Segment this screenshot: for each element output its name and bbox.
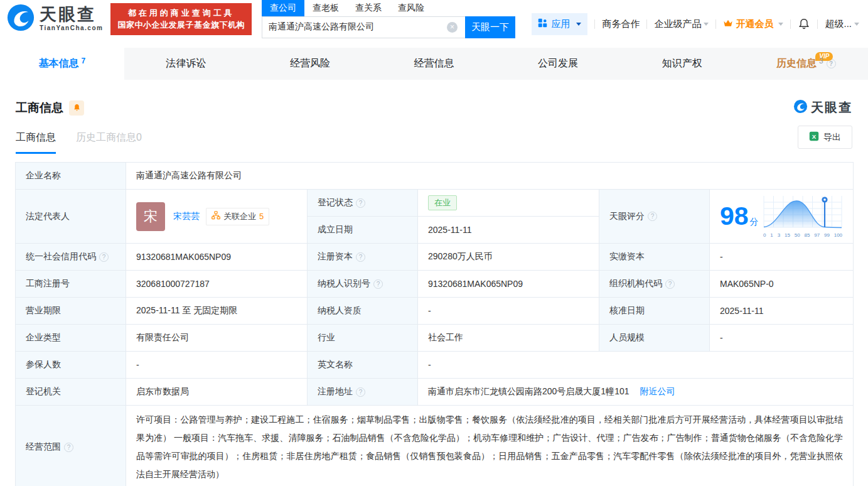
tianyancha-logo[interactable]: 天眼查 TianYanCha.com bbox=[6, 3, 103, 35]
notification-bell-icon[interactable] bbox=[798, 18, 810, 30]
search-tab-relation[interactable]: 查关系 bbox=[347, 0, 390, 16]
divider bbox=[817, 19, 818, 29]
chevron-down-icon bbox=[576, 23, 581, 26]
clear-icon[interactable]: × bbox=[447, 22, 458, 33]
table-row: 企业名称 南通通沪高速公路有限公司 bbox=[16, 163, 854, 190]
search-area: 查公司 查老板 查关系 查风险 × 天眼一下 bbox=[262, 0, 515, 38]
apps-grid-icon bbox=[538, 18, 547, 30]
legal-rep-name-link[interactable]: 宋芸芸 bbox=[173, 211, 200, 222]
search-button[interactable]: 天眼一下 bbox=[465, 16, 515, 38]
help-icon[interactable]: ? bbox=[665, 279, 675, 289]
tab-operating-info[interactable]: 经营信息 bbox=[372, 48, 496, 80]
subtab-history-business-info[interactable]: 历史工商信息0 bbox=[76, 131, 142, 154]
table-row: 法定代表人 宋 宋芸芸 关联企业 5 bbox=[16, 190, 854, 217]
score-chart-axis: 0131550859799100 bbox=[763, 232, 843, 238]
tab-history-info[interactable]: VIP 历史信息 3 ? bbox=[744, 48, 868, 80]
apps-menu[interactable]: 应用 bbox=[532, 13, 587, 35]
table-row: 企业类型 有限责任公司 行业 社会工作 人员规模 - bbox=[16, 325, 854, 352]
subscribe-bell-icon[interactable] bbox=[69, 100, 84, 116]
divider bbox=[790, 19, 791, 29]
score-value: 98 bbox=[720, 202, 749, 230]
search-tab-boss[interactable]: 查老板 bbox=[304, 0, 347, 16]
tab-basic-info[interactable]: 基本信息 7 bbox=[0, 48, 124, 80]
label-text: 组织机构代码 bbox=[609, 278, 662, 289]
field-label-reg-address: 注册地址? bbox=[308, 379, 418, 406]
field-value-taxpayer-id: 91320681MAK065NP09 bbox=[418, 271, 599, 298]
help-icon[interactable]: ? bbox=[356, 198, 365, 208]
help-icon[interactable]: ? bbox=[648, 212, 657, 221]
logo-domain: TianYanCha.com bbox=[40, 25, 103, 31]
tab-label: 经营风险 bbox=[290, 57, 330, 70]
field-label-org-code: 组织机构代码? bbox=[599, 271, 710, 298]
field-label-establish-date: 成立日期 bbox=[308, 217, 418, 244]
field-label-english-name: 英文名称 bbox=[308, 352, 418, 379]
tab-label: 知识产权 bbox=[662, 57, 702, 70]
related-companies-label: 关联企业 bbox=[223, 211, 256, 222]
tab-company-development[interactable]: 公司发展 bbox=[496, 48, 620, 80]
search-input[interactable] bbox=[262, 16, 465, 38]
tab-operating-risk[interactable]: 经营风险 bbox=[248, 48, 372, 80]
field-label-reg-capital: 注册资本? bbox=[308, 244, 418, 271]
field-label-company-type: 企业类型 bbox=[16, 325, 126, 352]
top-header: 天眼查 TianYanCha.com 都在用的商业查询工具 国家中小企业发展子基… bbox=[0, 0, 868, 38]
field-value-score: 98分 bbox=[710, 190, 854, 244]
help-icon[interactable]: ? bbox=[356, 252, 365, 262]
svg-text:X: X bbox=[812, 133, 817, 140]
promo-banner[interactable]: 都在用的商业查询工具 国家中小企业发展子基金旗下机构 bbox=[110, 3, 252, 35]
field-label-legal-rep: 法定代表人 bbox=[16, 190, 126, 244]
field-label-taxpayer-id: 纳税人识别号? bbox=[308, 271, 418, 298]
related-companies-badge[interactable]: 关联企业 5 bbox=[206, 208, 269, 225]
tab-label: 法律诉讼 bbox=[166, 57, 206, 70]
field-label-reg-number: 工商注册号 bbox=[16, 271, 126, 298]
subtab-business-info[interactable]: 工商信息 bbox=[16, 131, 56, 154]
divider bbox=[715, 19, 716, 29]
nav-enterprise-products[interactable]: 企业级产品 bbox=[654, 18, 709, 30]
search-tab-company[interactable]: 查公司 bbox=[262, 0, 304, 16]
nearby-companies-link[interactable]: 附近公司 bbox=[640, 386, 675, 396]
field-value-business-term: 2025-11-11 至 无固定期限 bbox=[126, 298, 308, 325]
field-value-reg-capital: 290280万人民币 bbox=[418, 244, 599, 271]
export-button[interactable]: X 导出 bbox=[798, 126, 852, 149]
score-number: 98分 bbox=[720, 203, 759, 229]
field-label-insured-count: 参保人数 bbox=[16, 352, 126, 379]
tab-intellectual-property[interactable]: 知识产权 bbox=[620, 48, 744, 80]
chevron-down-icon bbox=[778, 23, 783, 26]
logo-title: 天眼查 bbox=[40, 6, 103, 23]
score-distribution-chart: 0131550859799100 bbox=[763, 195, 843, 238]
table-row: 营业期限 2025-11-11 至 无固定期限 纳税人资质 - 核准日期 202… bbox=[16, 298, 854, 325]
field-label-industry: 行业 bbox=[308, 325, 418, 352]
open-vip-button[interactable]: 开通会员 bbox=[723, 18, 783, 30]
search-tab-risk[interactable]: 查风险 bbox=[390, 0, 432, 16]
divider bbox=[594, 19, 595, 29]
field-value-reg-status: 在业 bbox=[418, 190, 599, 217]
chevron-down-icon bbox=[704, 23, 709, 26]
label-text: 注册地址 bbox=[318, 386, 353, 397]
tianyancha-watermark: 天眼查 bbox=[793, 99, 852, 116]
tab-count: 3 bbox=[819, 57, 823, 65]
nav-business-cooperation[interactable]: 商务合作 bbox=[602, 18, 640, 30]
field-value-paid-capital: - bbox=[710, 244, 854, 271]
help-icon[interactable]: ? bbox=[99, 252, 109, 262]
tab-count: 7 bbox=[81, 57, 85, 65]
field-label-staff-size: 人员规模 bbox=[599, 325, 710, 352]
legal-rep-avatar[interactable]: 宋 bbox=[136, 202, 165, 231]
tab-label: 基本信息 bbox=[38, 57, 78, 70]
field-value-reg-authority: 启东市数据局 bbox=[126, 379, 308, 406]
field-value-approval-date: 2025-11-11 bbox=[710, 298, 854, 325]
field-label-paid-capital: 实缴资本 bbox=[599, 244, 710, 271]
vip-badge: VIP bbox=[815, 52, 833, 61]
enterprise-label: 企业级产品 bbox=[654, 18, 701, 30]
table-row: 统一社会信用代码? 91320681MAK065NP09 注册资本? 29028… bbox=[16, 244, 854, 271]
help-icon[interactable]: ? bbox=[64, 443, 73, 452]
field-value-insured-count: - bbox=[126, 352, 308, 379]
label-text: 纳税人识别号 bbox=[318, 278, 370, 289]
tab-legal-litigation[interactable]: 法律诉讼 bbox=[124, 48, 249, 80]
user-menu[interactable]: 超级... bbox=[825, 18, 859, 30]
field-value-org-code: MAK065NP-0 bbox=[710, 271, 854, 298]
table-row: 登记机关 启东市数据局 注册地址? 南通市启东市汇龙镇公园南路200号启晟大厦1… bbox=[16, 379, 854, 406]
tianyancha-watermark-icon bbox=[793, 99, 808, 116]
help-icon[interactable]: ? bbox=[356, 387, 365, 397]
help-icon[interactable]: ? bbox=[373, 279, 383, 289]
search-tabs: 查公司 查老板 查关系 查风险 bbox=[262, 0, 515, 16]
field-value-reg-address: 南通市启东市汇龙镇公园南路200号启晟大厦1幢101 附近公司 bbox=[418, 379, 854, 406]
